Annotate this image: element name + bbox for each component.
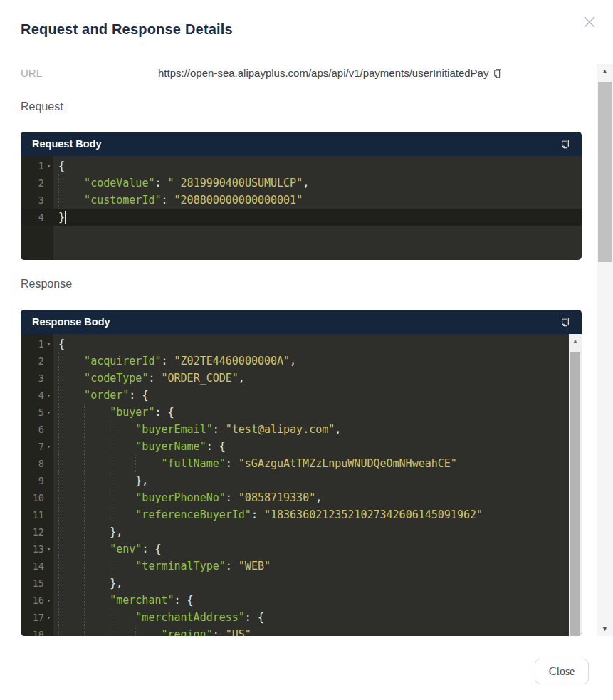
code-line: 12}, [21, 523, 582, 540]
copy-icon[interactable] [493, 68, 503, 78]
line-number: 3 [21, 192, 53, 209]
code-text: "merchant": { [53, 592, 194, 609]
code-line: 9}, [21, 472, 582, 489]
chevron-down-icon[interactable]: ▾ [44, 540, 53, 558]
code-text: }, [53, 575, 122, 592]
line-number: 4▾ [21, 387, 53, 404]
chevron-down-icon[interactable]: ▾ [44, 404, 53, 421]
code-text: "buyerName": { [53, 438, 226, 455]
close-icon[interactable] [583, 16, 596, 28]
code-line: 10"buyerPhoneNo": "0858719330", [21, 489, 582, 506]
code-text: "region": "US" [53, 626, 251, 636]
code-line: 7▾"buyerName": { [21, 438, 582, 455]
line-number: 8 [21, 455, 53, 472]
line-number: 5▾ [21, 404, 53, 421]
line-number: 16▾ [21, 592, 53, 609]
line-number: 7▾ [21, 438, 53, 455]
code-text: "acquirerId": "Z02TE4460000000A", [53, 352, 296, 370]
response-body-editor: Response Body 1▾{2"acquirerId": "Z02TE44… [21, 310, 582, 636]
code-line: 18"region": "US" [21, 626, 582, 636]
chevron-down-icon[interactable]: ▾ [44, 438, 53, 455]
line-number: 2 [21, 174, 53, 192]
code-line: 5▾"buyer": { [21, 404, 582, 421]
response-section-label: Response [21, 278, 72, 291]
line-number: 11 [21, 506, 53, 523]
code-text: "customerId": "208800000000000001" [53, 192, 303, 209]
code-line: 8"fullName": "sGAzguAtTMZzLnpuWNUDQeOmNH… [21, 455, 582, 472]
scrollbar-thumb[interactable] [598, 82, 612, 262]
modal-scrollbar[interactable]: ▲ ▼ [597, 64, 613, 636]
code-text: } [53, 209, 66, 226]
code-line: 14"terminalType": "WEB" [21, 558, 582, 575]
page-title: Request and Response Details [21, 21, 233, 38]
chevron-down-icon[interactable]: ▾ [44, 387, 53, 404]
code-line: 16▾"merchant": { [21, 592, 582, 609]
request-body-editor: Request Body 1▾{2"codeValue": " 28199904… [21, 132, 582, 260]
code-line: 4} [21, 209, 582, 226]
code-line: 15}, [21, 575, 582, 592]
request-editor-header: Request Body [21, 132, 582, 156]
code-text: { [53, 335, 65, 352]
line-number: 2 [21, 352, 53, 370]
line-number: 3 [21, 370, 53, 387]
code-line: 4▾"order": { [21, 387, 582, 404]
copy-icon[interactable] [560, 139, 570, 149]
code-text: "fullName": "sGAzguAtTMZzLnpuWNUDQeOmNHw… [53, 455, 457, 472]
response-editor-title: Response Body [32, 316, 560, 328]
code-text: "env": { [53, 540, 161, 558]
code-line: 1▾{ [21, 157, 582, 174]
code-text: { [53, 157, 65, 174]
code-text: "codeType": "ORDER_CODE", [53, 370, 245, 387]
line-number: 12 [21, 523, 53, 540]
code-line: 13▾"env": { [21, 540, 582, 558]
line-number: 13▾ [21, 540, 53, 558]
line-number: 17▾ [21, 609, 53, 626]
line-number: 14 [21, 558, 53, 575]
code-text: "referenceBuyerId": "1836360212352102734… [53, 506, 483, 523]
response-scrollbar[interactable]: ▲ [569, 334, 582, 636]
code-line: 1▾{ [21, 335, 582, 352]
code-line: 3"codeType": "ORDER_CODE", [21, 370, 582, 387]
url-row: URL https://open-sea.alipayplus.com/aps/… [21, 67, 562, 79]
code-line: 2"codeValue": " 2819990400USUMULCP", [21, 174, 582, 192]
line-number: 1▾ [21, 335, 53, 352]
scroll-down-icon[interactable]: ▼ [597, 622, 613, 636]
code-text: }, [53, 523, 122, 540]
scroll-up-icon[interactable]: ▲ [597, 64, 613, 78]
request-section-label: Request [21, 100, 63, 113]
request-code-area[interactable]: 1▾{2"codeValue": " 2819990400USUMULCP",3… [21, 156, 582, 260]
url-value: https://open-sea.alipayplus.com/aps/api/… [158, 67, 488, 79]
response-editor-header: Response Body [21, 310, 582, 334]
code-line: 3"customerId": "208800000000000001" [21, 192, 582, 209]
code-text: "buyer": { [53, 404, 174, 421]
chevron-down-icon[interactable]: ▾ [44, 592, 53, 609]
line-number: 6 [21, 421, 53, 438]
code-text: "buyerPhoneNo": "0858719330", [53, 489, 322, 506]
response-code-area[interactable]: 1▾{2"acquirerId": "Z02TE4460000000A",3"c… [21, 334, 582, 636]
line-number: 15 [21, 575, 53, 592]
chevron-down-icon[interactable]: ▾ [44, 609, 53, 626]
request-editor-title: Request Body [32, 138, 560, 150]
code-text: }, [53, 472, 148, 489]
close-button[interactable]: Close [535, 659, 589, 684]
code-text: "buyerEmail": "test@alipay.com", [53, 421, 341, 438]
chevron-down-icon[interactable]: ▾ [44, 335, 53, 352]
request-response-details-modal: Request and Response Details URL https:/… [0, 0, 613, 700]
scrollbar-thumb[interactable] [570, 352, 580, 636]
code-text: "merchantAddress": { [53, 609, 264, 626]
code-line: 6"buyerEmail": "test@alipay.com", [21, 421, 582, 438]
code-text: "codeValue": " 2819990400USUMULCP", [53, 174, 309, 192]
line-number: 4 [21, 209, 53, 226]
line-number: 10 [21, 489, 53, 506]
chevron-down-icon[interactable]: ▾ [44, 157, 53, 174]
line-number: 1▾ [21, 157, 53, 174]
code-line: 17▾"merchantAddress": { [21, 609, 582, 626]
line-number: 9 [21, 472, 53, 489]
scroll-up-icon[interactable]: ▲ [569, 334, 582, 348]
code-text: "order": { [53, 387, 148, 404]
copy-icon[interactable] [560, 317, 570, 327]
text-cursor [65, 211, 66, 224]
code-line: 2"acquirerId": "Z02TE4460000000A", [21, 352, 582, 370]
line-number: 18 [21, 626, 53, 636]
url-label: URL [21, 67, 158, 79]
